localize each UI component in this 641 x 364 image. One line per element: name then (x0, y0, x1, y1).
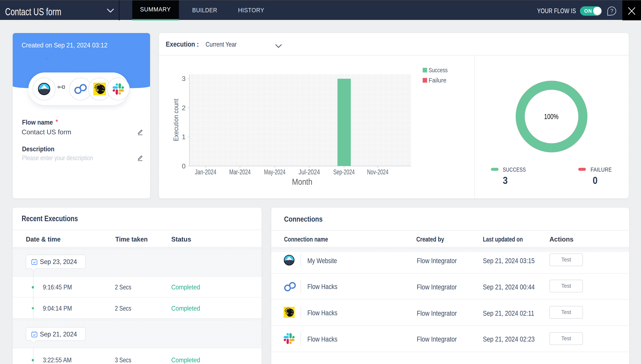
svg-text:May-2024: May-2024 (264, 168, 286, 176)
svg-text:Nov-2024: Nov-2024 (367, 168, 389, 176)
svg-text:Execution count: Execution count (172, 99, 180, 141)
svg-text:Jan-2024: Jan-2024 (195, 168, 216, 176)
svg-text:Mar-2024: Mar-2024 (229, 168, 251, 176)
svg-text:0: 0 (182, 162, 186, 170)
svg-text:?: ? (610, 8, 613, 14)
svg-text:Month: Month (292, 177, 312, 186)
svg-text:Sep-2024: Sep-2024 (333, 168, 355, 176)
svg-text:2: 2 (182, 104, 186, 112)
svg-text:3: 3 (182, 75, 186, 82)
svg-text:Failure: Failure (429, 77, 446, 84)
svg-text:Success: Success (429, 66, 448, 74)
svg-text:Jul-2024: Jul-2024 (299, 168, 320, 176)
svg-text:1: 1 (182, 133, 186, 141)
